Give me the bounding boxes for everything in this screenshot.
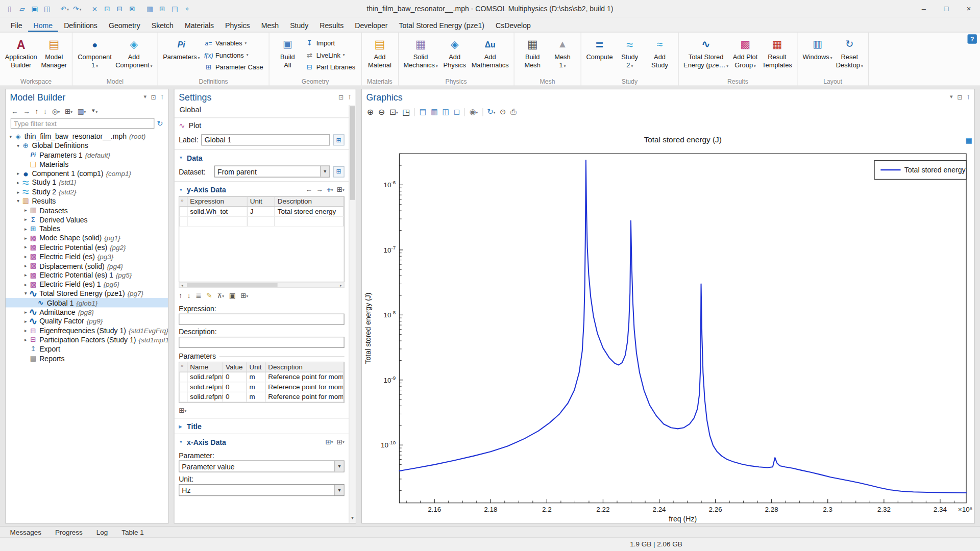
close-button[interactable]: ×	[958, 0, 980, 17]
load-button[interactable]: ⊼▾	[217, 292, 224, 298]
expand-arrow-icon[interactable]: ▸	[22, 226, 29, 232]
pin-panel-button[interactable]: ⊺	[160, 94, 163, 100]
expand-arrow-icon[interactable]: ▾	[15, 143, 21, 148]
find-button[interactable]: ⌖	[181, 3, 193, 15]
tree-item-parameters-1[interactable]: PiParameters 1{default}	[6, 151, 168, 160]
save-button[interactable]: ▣	[29, 3, 40, 15]
ribbon-result-templates-button[interactable]: ▦Result Templates	[760, 34, 794, 70]
tab-developer[interactable]: Developer	[349, 20, 393, 32]
ribbon-solid-mechanics-button[interactable]: ▦Solid Mechanics ▾	[402, 34, 440, 70]
ribbon-study-2-button[interactable]: ≈Study 2 ▾	[615, 34, 645, 70]
table-hscrollbar[interactable]: ◂ ▸	[179, 282, 344, 288]
zoom-box-button[interactable]: ⊡▾	[389, 108, 398, 116]
label-table-button[interactable]: ⊞	[333, 134, 345, 145]
tree-item-export[interactable]: ↥Export	[6, 344, 168, 354]
settings-scrollbar[interactable]: ▼	[349, 105, 355, 523]
prev-button[interactable]: ←	[305, 186, 312, 193]
copy-button[interactable]: ⊡	[101, 3, 113, 15]
ribbon-build-mesh-button[interactable]: ▦Build Mesh	[518, 34, 548, 70]
dock-tab-table-1[interactable]: Table 1	[115, 528, 150, 536]
menu-caret-button[interactable]: ▾	[143, 94, 146, 100]
tab-geometry[interactable]: Geometry	[103, 20, 146, 32]
move-down-button[interactable]: ↓	[43, 108, 47, 114]
ribbon-component-1-button[interactable]: ●Component 1 ▾	[76, 34, 114, 70]
new-file-button[interactable]: ▯	[4, 3, 15, 15]
plot-tools-icon[interactable]: ▦	[965, 136, 972, 145]
save-table-button[interactable]: ▣	[229, 292, 236, 298]
expand-arrow-icon[interactable]: ▸	[15, 170, 21, 176]
delete-button[interactable]: ⊠	[126, 3, 138, 15]
tree-item-eigenfrequencies-study-1[interactable]: ▸⊟Eigenfrequencies (Study 1){std1EvgFrq}	[6, 326, 168, 335]
tree-item-derived-values[interactable]: ▸ΣDerived Values	[6, 215, 168, 224]
tab-file[interactable]: File	[5, 20, 28, 32]
ribbon-windows-button[interactable]: ▥Windows ▾	[801, 34, 834, 62]
combo-caret-icon[interactable]: ▼	[334, 485, 344, 495]
dataset-combobox[interactable]: From parent ▼	[214, 165, 330, 177]
axis-button[interactable]: ▤	[420, 108, 427, 116]
expand-arrow-icon[interactable]: ▸	[22, 337, 29, 343]
tab-study[interactable]: Study	[284, 20, 314, 32]
section-y-axis-data[interactable]: ▼ y-Axis Data ←→+▾⊞▾	[179, 183, 344, 196]
ribbon-parameters-button[interactable]: PiParameters ▾	[161, 34, 202, 62]
move-down-button[interactable]: ↓	[187, 292, 191, 298]
move-up-button[interactable]: ↑	[35, 108, 39, 114]
tab-results[interactable]: Results	[314, 20, 349, 32]
model-viewer-button[interactable]: ◫	[41, 3, 53, 15]
table-settings-button[interactable]: ⊞▾	[325, 439, 333, 445]
expand-arrow-icon[interactable]: ▸	[22, 328, 29, 333]
tab-home[interactable]: Home	[28, 20, 59, 32]
next-button[interactable]: →	[316, 186, 323, 193]
table-row[interactable]: solid.refpntz0mReference point for mom..…	[179, 392, 344, 403]
scroll-right-icon[interactable]: ▸	[338, 283, 344, 287]
expand-arrow-icon[interactable]: ▸	[22, 217, 29, 222]
tree-item-tables[interactable]: ▸⊞Tables	[6, 224, 168, 234]
tab-mesh[interactable]: Mesh	[256, 20, 284, 32]
ribbon-compute-button[interactable]: =Compute	[584, 34, 615, 62]
description-input[interactable]	[179, 337, 344, 348]
tree-item-thin-film-baw-resonator-mph[interactable]: ▾◈thin_film_baw_resonator__.mph(root)	[6, 132, 168, 141]
table-row[interactable]: solid.Wh_totJTotal stored energy	[179, 207, 344, 217]
expand-arrow-icon[interactable]: ▸	[22, 272, 29, 278]
tab-materials[interactable]: Materials	[179, 20, 219, 32]
expand-arrow-icon[interactable]: ▸	[22, 263, 29, 269]
menu-caret-button[interactable]: ▾	[950, 94, 953, 100]
zoom-in-button[interactable]: ⊕	[367, 108, 374, 116]
tree-item-study-2[interactable]: ▸≈Study 2{std2}	[6, 187, 168, 196]
columns-button[interactable]: ▥▾	[78, 108, 86, 114]
ribbon-add-material-button[interactable]: ▤Add Material	[365, 34, 395, 70]
tree-item-electric-potential-es[interactable]: ▸▩Electric Potential (es){pg2}	[6, 243, 168, 252]
expand-arrow-icon[interactable]: ▾	[15, 198, 21, 204]
combo-caret-icon[interactable]: ▼	[334, 461, 344, 472]
tree-item-mode-shape-solid[interactable]: ▸▩Mode Shape (solid){pg1}	[6, 234, 168, 243]
maximize-button[interactable]: □	[935, 0, 958, 17]
zoom-extents-button[interactable]: ◳	[402, 108, 410, 116]
ribbon-variables-button[interactable]: a=Variables▾	[202, 37, 265, 48]
tree-item-participation-factors-study-1[interactable]: ▸⊟Participation Factors (Study 1){std1mp…	[6, 335, 168, 344]
expand-arrow-icon[interactable]: ▸	[22, 254, 29, 259]
tree-item-electric-potential-es-1[interactable]: ▸▩Electric Potential (es) 1{pg5}	[6, 270, 168, 280]
back-button[interactable]: ←	[11, 108, 18, 114]
ribbon-functions-button[interactable]: f(x)Functions▾	[202, 49, 265, 61]
scroll-left-icon[interactable]: ◂	[179, 283, 185, 287]
y-axis-table[interactable]: »ExpressionUnitDescription solid.Wh_totJ…	[179, 196, 344, 282]
table-settings-button[interactable]: ⊞▾	[240, 292, 248, 298]
float-panel-button[interactable]: ⊡	[151, 94, 156, 100]
scrollbar-thumb[interactable]	[350, 106, 355, 200]
parameter-combobox[interactable]: Parameter value ▼	[179, 460, 344, 472]
print-button[interactable]: ⎙	[510, 108, 517, 116]
ribbon-add-physics-button[interactable]: ◈Add Physics	[439, 34, 470, 70]
cut-button[interactable]: ⨯	[89, 3, 101, 15]
expand-arrow-icon[interactable]: ▸	[15, 180, 21, 186]
tree-item-quality-factor[interactable]: ▸∿Quality Factor{pg9}	[6, 317, 168, 326]
tree-grid-button[interactable]: ⊞▾	[65, 108, 72, 114]
tree-item-materials[interactable]: ▤Materials	[6, 160, 168, 169]
add-button[interactable]: +▾	[327, 186, 333, 193]
filter-input[interactable]	[11, 118, 155, 129]
dataset-add-button[interactable]: ⊞	[333, 166, 345, 177]
ribbon-model-manager-button[interactable]: ▤Model Manager	[39, 34, 69, 70]
frame-b-button[interactable]: ◻	[454, 108, 460, 116]
expand-arrow-icon[interactable]: ▸	[22, 208, 29, 213]
ribbon-import-button[interactable]: ↧Import	[303, 37, 358, 48]
edit-button[interactable]: ✎	[206, 292, 212, 298]
grid-button[interactable]: ▦	[431, 108, 438, 116]
